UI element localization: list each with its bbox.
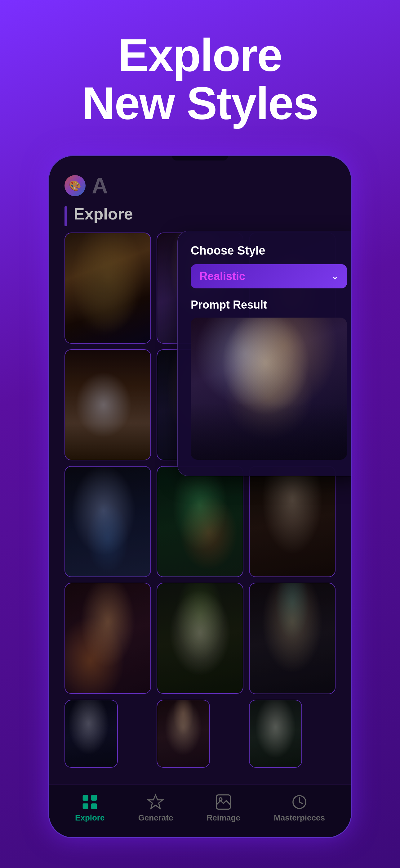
style-dropdown[interactable]: Realistic ⌄ <box>191 264 347 288</box>
prompt-result-image <box>191 318 347 460</box>
prompt-result-label: Prompt Result <box>191 298 347 311</box>
style-dropdown-label: Realistic <box>199 270 245 283</box>
chevron-down-icon: ⌄ <box>331 271 338 282</box>
choose-style-popup: Choose Style Realistic ⌄ Prompt Result <box>177 231 352 476</box>
phone-frame: 🎨 A Explore <box>48 155 352 838</box>
hero-title: Explore New Styles <box>0 31 400 128</box>
hero-section: Explore New Styles <box>0 0 400 128</box>
popup-title: Choose Style <box>191 244 347 257</box>
